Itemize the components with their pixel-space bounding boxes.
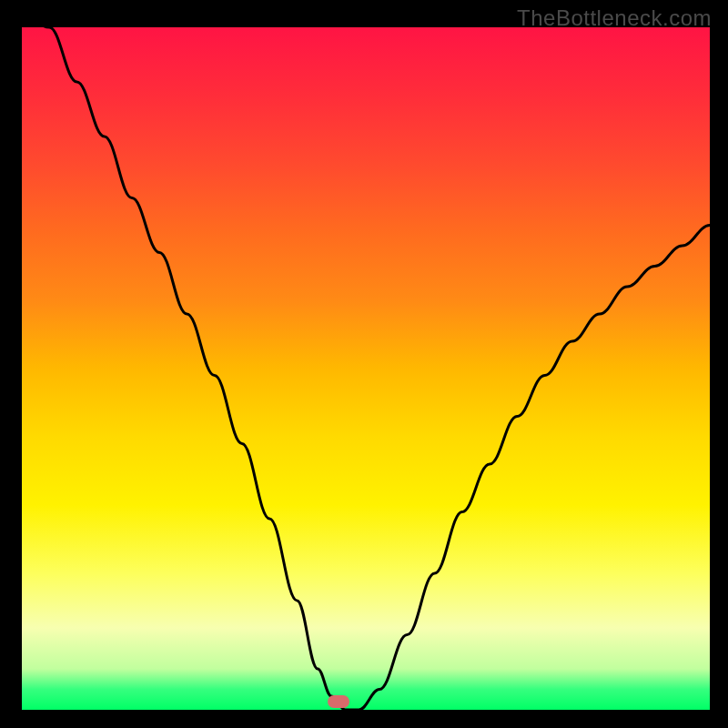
bottleneck-curve	[22, 27, 710, 710]
watermark-text: TheBottleneck.com	[517, 5, 712, 31]
bottleneck-curve-svg	[22, 27, 710, 710]
optimal-point-marker	[328, 695, 349, 708]
chart-plot-area	[22, 27, 710, 710]
